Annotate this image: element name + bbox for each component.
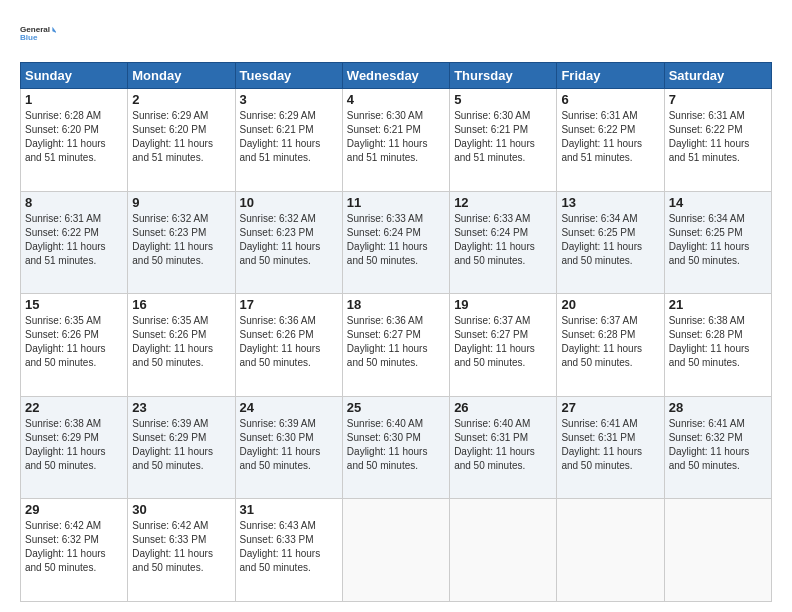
day-info: Sunrise: 6:31 AM Sunset: 6:22 PM Dayligh… [25, 212, 123, 268]
cell-week4-day5: 27 Sunrise: 6:41 AM Sunset: 6:31 PM Dayl… [557, 396, 664, 499]
day-number: 11 [347, 195, 445, 210]
cell-week3-day0: 15 Sunrise: 6:35 AM Sunset: 6:26 PM Dayl… [21, 294, 128, 397]
calendar-header-row: SundayMondayTuesdayWednesdayThursdayFrid… [21, 63, 772, 89]
cell-week1-day2: 3 Sunrise: 6:29 AM Sunset: 6:21 PM Dayli… [235, 89, 342, 192]
header-friday: Friday [557, 63, 664, 89]
cell-week5-day2: 31 Sunrise: 6:43 AM Sunset: 6:33 PM Dayl… [235, 499, 342, 602]
calendar-table: SundayMondayTuesdayWednesdayThursdayFrid… [20, 62, 772, 602]
cell-week5-day4 [450, 499, 557, 602]
header-wednesday: Wednesday [342, 63, 449, 89]
day-info: Sunrise: 6:41 AM Sunset: 6:32 PM Dayligh… [669, 417, 767, 473]
svg-text:Blue: Blue [20, 33, 38, 42]
logo: General Blue [20, 16, 56, 52]
cell-week4-day2: 24 Sunrise: 6:39 AM Sunset: 6:30 PM Dayl… [235, 396, 342, 499]
day-number: 3 [240, 92, 338, 107]
day-info: Sunrise: 6:39 AM Sunset: 6:29 PM Dayligh… [132, 417, 230, 473]
day-number: 5 [454, 92, 552, 107]
cell-week2-day5: 13 Sunrise: 6:34 AM Sunset: 6:25 PM Dayl… [557, 191, 664, 294]
day-number: 19 [454, 297, 552, 312]
week-row-5: 29 Sunrise: 6:42 AM Sunset: 6:32 PM Dayl… [21, 499, 772, 602]
cell-week5-day0: 29 Sunrise: 6:42 AM Sunset: 6:32 PM Dayl… [21, 499, 128, 602]
day-info: Sunrise: 6:34 AM Sunset: 6:25 PM Dayligh… [669, 212, 767, 268]
day-number: 8 [25, 195, 123, 210]
day-info: Sunrise: 6:33 AM Sunset: 6:24 PM Dayligh… [454, 212, 552, 268]
cell-week3-day5: 20 Sunrise: 6:37 AM Sunset: 6:28 PM Dayl… [557, 294, 664, 397]
week-row-1: 1 Sunrise: 6:28 AM Sunset: 6:20 PM Dayli… [21, 89, 772, 192]
header-sunday: Sunday [21, 63, 128, 89]
day-info: Sunrise: 6:43 AM Sunset: 6:33 PM Dayligh… [240, 519, 338, 575]
day-number: 31 [240, 502, 338, 517]
day-info: Sunrise: 6:38 AM Sunset: 6:28 PM Dayligh… [669, 314, 767, 370]
day-number: 25 [347, 400, 445, 415]
day-number: 20 [561, 297, 659, 312]
day-number: 12 [454, 195, 552, 210]
cell-week1-day0: 1 Sunrise: 6:28 AM Sunset: 6:20 PM Dayli… [21, 89, 128, 192]
header-tuesday: Tuesday [235, 63, 342, 89]
cell-week1-day1: 2 Sunrise: 6:29 AM Sunset: 6:20 PM Dayli… [128, 89, 235, 192]
cell-week1-day4: 5 Sunrise: 6:30 AM Sunset: 6:21 PM Dayli… [450, 89, 557, 192]
cell-week5-day3 [342, 499, 449, 602]
cell-week5-day5 [557, 499, 664, 602]
day-number: 13 [561, 195, 659, 210]
header-thursday: Thursday [450, 63, 557, 89]
cell-week2-day6: 14 Sunrise: 6:34 AM Sunset: 6:25 PM Dayl… [664, 191, 771, 294]
day-number: 24 [240, 400, 338, 415]
cell-week5-day6 [664, 499, 771, 602]
day-info: Sunrise: 6:32 AM Sunset: 6:23 PM Dayligh… [132, 212, 230, 268]
day-info: Sunrise: 6:35 AM Sunset: 6:26 PM Dayligh… [25, 314, 123, 370]
header-monday: Monday [128, 63, 235, 89]
day-info: Sunrise: 6:31 AM Sunset: 6:22 PM Dayligh… [669, 109, 767, 165]
day-info: Sunrise: 6:42 AM Sunset: 6:33 PM Dayligh… [132, 519, 230, 575]
day-number: 6 [561, 92, 659, 107]
cell-week3-day4: 19 Sunrise: 6:37 AM Sunset: 6:27 PM Dayl… [450, 294, 557, 397]
header: General Blue [20, 16, 772, 52]
day-number: 26 [454, 400, 552, 415]
cell-week3-day2: 17 Sunrise: 6:36 AM Sunset: 6:26 PM Dayl… [235, 294, 342, 397]
cell-week4-day1: 23 Sunrise: 6:39 AM Sunset: 6:29 PM Dayl… [128, 396, 235, 499]
day-info: Sunrise: 6:37 AM Sunset: 6:28 PM Dayligh… [561, 314, 659, 370]
cell-week2-day0: 8 Sunrise: 6:31 AM Sunset: 6:22 PM Dayli… [21, 191, 128, 294]
logo-svg: General Blue [20, 16, 56, 52]
cell-week1-day6: 7 Sunrise: 6:31 AM Sunset: 6:22 PM Dayli… [664, 89, 771, 192]
cell-week4-day6: 28 Sunrise: 6:41 AM Sunset: 6:32 PM Dayl… [664, 396, 771, 499]
day-info: Sunrise: 6:29 AM Sunset: 6:21 PM Dayligh… [240, 109, 338, 165]
day-number: 9 [132, 195, 230, 210]
cell-week3-day3: 18 Sunrise: 6:36 AM Sunset: 6:27 PM Dayl… [342, 294, 449, 397]
header-saturday: Saturday [664, 63, 771, 89]
day-info: Sunrise: 6:30 AM Sunset: 6:21 PM Dayligh… [454, 109, 552, 165]
cell-week3-day1: 16 Sunrise: 6:35 AM Sunset: 6:26 PM Dayl… [128, 294, 235, 397]
day-info: Sunrise: 6:41 AM Sunset: 6:31 PM Dayligh… [561, 417, 659, 473]
day-info: Sunrise: 6:34 AM Sunset: 6:25 PM Dayligh… [561, 212, 659, 268]
day-info: Sunrise: 6:42 AM Sunset: 6:32 PM Dayligh… [25, 519, 123, 575]
day-number: 2 [132, 92, 230, 107]
cell-week3-day6: 21 Sunrise: 6:38 AM Sunset: 6:28 PM Dayl… [664, 294, 771, 397]
cell-week1-day3: 4 Sunrise: 6:30 AM Sunset: 6:21 PM Dayli… [342, 89, 449, 192]
day-info: Sunrise: 6:40 AM Sunset: 6:30 PM Dayligh… [347, 417, 445, 473]
day-info: Sunrise: 6:36 AM Sunset: 6:27 PM Dayligh… [347, 314, 445, 370]
svg-text:General: General [20, 25, 50, 34]
week-row-2: 8 Sunrise: 6:31 AM Sunset: 6:22 PM Dayli… [21, 191, 772, 294]
day-info: Sunrise: 6:37 AM Sunset: 6:27 PM Dayligh… [454, 314, 552, 370]
day-info: Sunrise: 6:38 AM Sunset: 6:29 PM Dayligh… [25, 417, 123, 473]
cell-week5-day1: 30 Sunrise: 6:42 AM Sunset: 6:33 PM Dayl… [128, 499, 235, 602]
day-number: 10 [240, 195, 338, 210]
day-number: 18 [347, 297, 445, 312]
cell-week4-day4: 26 Sunrise: 6:40 AM Sunset: 6:31 PM Dayl… [450, 396, 557, 499]
day-info: Sunrise: 6:29 AM Sunset: 6:20 PM Dayligh… [132, 109, 230, 165]
week-row-4: 22 Sunrise: 6:38 AM Sunset: 6:29 PM Dayl… [21, 396, 772, 499]
day-number: 22 [25, 400, 123, 415]
cell-week4-day0: 22 Sunrise: 6:38 AM Sunset: 6:29 PM Dayl… [21, 396, 128, 499]
day-number: 23 [132, 400, 230, 415]
day-number: 21 [669, 297, 767, 312]
day-number: 15 [25, 297, 123, 312]
day-info: Sunrise: 6:40 AM Sunset: 6:31 PM Dayligh… [454, 417, 552, 473]
day-number: 17 [240, 297, 338, 312]
day-number: 14 [669, 195, 767, 210]
cell-week1-day5: 6 Sunrise: 6:31 AM Sunset: 6:22 PM Dayli… [557, 89, 664, 192]
day-number: 16 [132, 297, 230, 312]
day-number: 30 [132, 502, 230, 517]
week-row-3: 15 Sunrise: 6:35 AM Sunset: 6:26 PM Dayl… [21, 294, 772, 397]
cell-week2-day1: 9 Sunrise: 6:32 AM Sunset: 6:23 PM Dayli… [128, 191, 235, 294]
page: General Blue SundayMondayTuesdayWednesda… [0, 0, 792, 612]
day-info: Sunrise: 6:30 AM Sunset: 6:21 PM Dayligh… [347, 109, 445, 165]
